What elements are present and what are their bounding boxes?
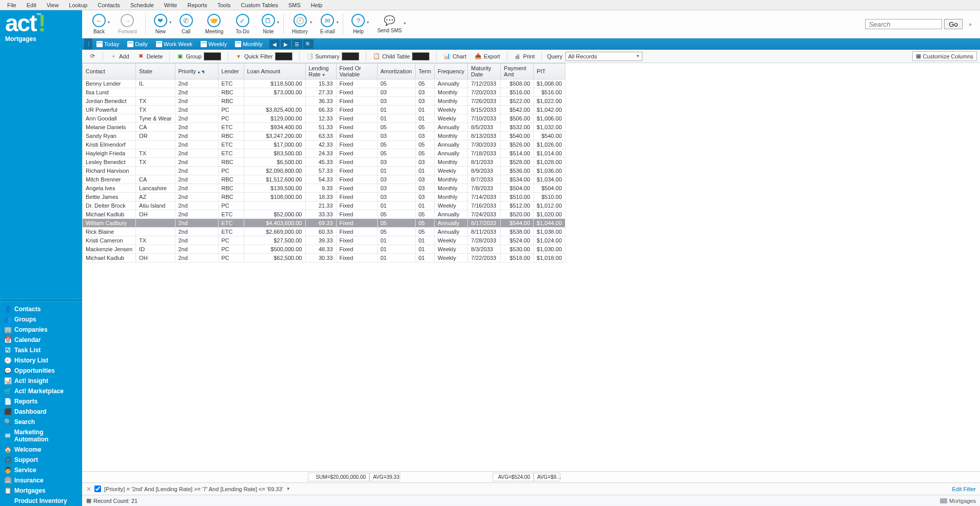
sidebar-item-groups[interactable]: 👥Groups [0, 314, 82, 325]
sidebar-item-companies[interactable]: 🏢Companies [0, 325, 82, 335]
go-button[interactable]: Go [944, 19, 963, 29]
calbtn-today[interactable]: Today [92, 40, 123, 48]
calbtn-work-week[interactable]: Work Week [152, 40, 197, 48]
cal-prev-icon[interactable]: ◀ [269, 39, 280, 49]
menu-write[interactable]: Write [159, 1, 182, 9]
menu-reports[interactable]: Reports [182, 1, 212, 9]
col-header-payment-amt[interactable]: Payment Amt [501, 64, 534, 79]
sidebar-item-dashboard[interactable]: ⬛Dashboard [0, 407, 82, 417]
menu-custom-tables[interactable]: Custom Tables [236, 1, 283, 9]
group-value[interactable] [204, 52, 221, 60]
menu-view[interactable]: View [42, 1, 64, 9]
group-button[interactable]: ▣Group [173, 51, 225, 62]
table-row[interactable]: Dr. Deiter BrockAtiu Island2ndPC21.33Fix… [83, 201, 565, 210]
edit-filter-link[interactable]: Edit Filter [952, 486, 976, 492]
table-row[interactable]: Angela IvesLancashire2ndRBC$139,500.009.… [83, 184, 565, 193]
table-row[interactable]: Rick Blaine2ndETC$2,669,000.0060.33Fixed… [83, 228, 565, 236]
col-header-contact[interactable]: Contact [83, 64, 136, 79]
quick-filter-value[interactable] [275, 52, 292, 60]
col-header-frequency[interactable]: Frequency [435, 64, 468, 79]
table-row[interactable]: Richard Harvison2ndPC$2,090,800.0057.33F… [83, 167, 565, 175]
sidebar-item-history-list[interactable]: 🕘History List [0, 355, 82, 366]
refresh-button[interactable]: ⟳ [85, 51, 100, 62]
filter-close-icon[interactable]: ✕ [86, 485, 91, 493]
table-row[interactable]: Sandy RyanOR2ndRBC$3,247,200.0063.33Fixe… [83, 132, 565, 140]
menu-tools[interactable]: Tools [212, 1, 236, 9]
sidebar-item-act-insight[interactable]: 📊Act! Insight [0, 376, 82, 386]
sidebar-item-contacts[interactable]: 👤Contacts [0, 304, 82, 314]
back-button[interactable]: ←Back▾ [92, 14, 106, 34]
customize-columns-button[interactable]: ▦Customize Columns [912, 51, 977, 61]
col-header-maturity-date[interactable]: Maturity Date [468, 64, 501, 79]
table-row[interactable]: UR PowerfulTX2ndPC$3,825,400.0066.33Fixe… [83, 106, 565, 114]
email-button[interactable]: ✉E-mail▾ [320, 14, 335, 34]
child-table-value[interactable] [412, 52, 429, 60]
menu-sms[interactable]: SMS [283, 1, 306, 9]
export-button[interactable]: 📤Export [471, 51, 504, 62]
sidebar-item-act-marketplace[interactable]: 🛒Act! Marketplace [0, 386, 82, 396]
calbtn-weekly[interactable]: Weekly [197, 40, 231, 48]
call-button[interactable]: ✆Call [180, 14, 193, 34]
col-header-fixed-or-variable[interactable]: Fixed Or Variable [336, 64, 377, 79]
sendsms-button[interactable]: 💬Send SMS▾ [377, 15, 402, 33]
col-header-state[interactable]: State [136, 64, 175, 79]
table-row[interactable]: Lesley BenedictTX2ndRBC$6,500.0045.33Fix… [83, 158, 565, 167]
col-header-pit[interactable]: PIT [534, 64, 565, 79]
search-input[interactable] [865, 19, 942, 29]
todo-button[interactable]: ✓To-Do [236, 14, 249, 34]
col-header-lender[interactable]: Lender [218, 64, 244, 79]
menu-file[interactable]: File [2, 1, 22, 9]
help-button[interactable]: ?Help▾ [351, 14, 365, 34]
table-row[interactable]: Mackenzie JensenID2ndPC$500,000.0048.33F… [83, 245, 565, 254]
table-row[interactable]: Kristi Elmendorf2ndETC$17,000.0042.33Fix… [83, 140, 565, 149]
chart-button[interactable]: 📊Chart [440, 51, 470, 62]
filter-enabled-checkbox[interactable] [94, 485, 101, 492]
table-row[interactable]: Melanie DanielsCA2ndETC$934,400.0051.33F… [83, 123, 565, 132]
cal-search-icon[interactable]: 🔍 [303, 39, 313, 49]
print-button[interactable]: 🖨Print [511, 51, 539, 62]
child-table-button[interactable]: 📋Child Table [369, 51, 433, 62]
sidebar-item-service[interactable]: 👨Service [0, 465, 82, 475]
sidebar-item-task-list[interactable]: ☑Task List [0, 345, 82, 355]
menu-lookup[interactable]: Lookup [64, 1, 92, 9]
cal-options-icon[interactable]: ☰ [292, 39, 302, 49]
menu-edit[interactable]: Edit [22, 1, 42, 9]
note-button[interactable]: 🗒Note▾ [262, 14, 275, 34]
summary-button[interactable]: 📑Summary [303, 51, 363, 62]
table-row[interactable]: Michael KadlubOH2ndPC$62,500.0030.33Fixe… [83, 254, 565, 262]
meeting-button[interactable]: 🤝Meeting [205, 14, 224, 34]
sidebar-item-calendar[interactable]: 📅Calendar [0, 335, 82, 345]
query-select[interactable]: All Records▼ [565, 52, 642, 61]
sidebar-item-mortgages[interactable]: 📋Mortgages [0, 485, 82, 496]
sidebar-item-welcome[interactable]: 🏠Welcome [0, 444, 82, 455]
toolbar-expander-icon[interactable]: » [969, 22, 976, 27]
sidebar-item-product-inventory[interactable]: Product Inventory [0, 496, 82, 506]
table-row[interactable]: Kristi CameronTX2ndPC$27,500.0039.33Fixe… [83, 236, 565, 245]
menu-contacts[interactable]: Contacts [92, 1, 125, 9]
table-row[interactable]: Michael KadlubOH2ndETC$52,000.0033.33Fix… [83, 210, 565, 219]
menu-help[interactable]: Help [306, 1, 328, 9]
table-row[interactable]: Ilsa Lund2ndRBC$73,000.0027.33Fixed0303M… [83, 88, 565, 97]
table-row[interactable]: Bettie JamesAZ2ndRBC$108,000.0018.33Fixe… [83, 193, 565, 201]
quick-filter-button[interactable]: ▼Quick Filter [231, 51, 296, 62]
summary-value[interactable] [342, 52, 359, 60]
table-row[interactable]: Jordan BenedictTX2ndRBC36.33Fixed0303Mon… [83, 97, 565, 106]
sidebar-item-search[interactable]: 🔍Search [0, 417, 82, 427]
table-row[interactable]: Ann GoodallTyne & Wear2ndPC$129,000.0012… [83, 114, 565, 123]
table-row[interactable]: Benny LenderIL2ndETC$118,500.0015.33Fixe… [83, 79, 565, 88]
col-header-priority[interactable]: Priority▲◥ [175, 64, 218, 79]
new-button[interactable]: ❤New▾ [154, 14, 167, 34]
sidebar-item-support[interactable]: 🎧Support [0, 455, 82, 465]
col-header-amortization[interactable]: Amortization [377, 64, 415, 79]
cal-next-icon[interactable]: ▶ [281, 39, 291, 49]
table-row[interactable]: Hayleigh FriedaTX2ndETC$83,500.0024.33Fi… [83, 149, 565, 158]
add-button[interactable]: ＋Add [106, 51, 133, 62]
filter-chevron-icon[interactable]: ▼ [286, 487, 290, 491]
calbtn-monthly[interactable]: Monthly [231, 40, 267, 48]
col-header-lending-rate[interactable]: Lending Rate▼ [305, 64, 336, 79]
sidebar-item-insurance[interactable]: 🏥Insurance [0, 475, 82, 485]
calbar-grip-icon[interactable]: ⋮ [84, 38, 92, 50]
menu-schedule[interactable]: Schedule [125, 1, 159, 9]
col-header-term[interactable]: Term [415, 64, 434, 79]
calbtn-daily[interactable]: Daily [123, 40, 151, 48]
